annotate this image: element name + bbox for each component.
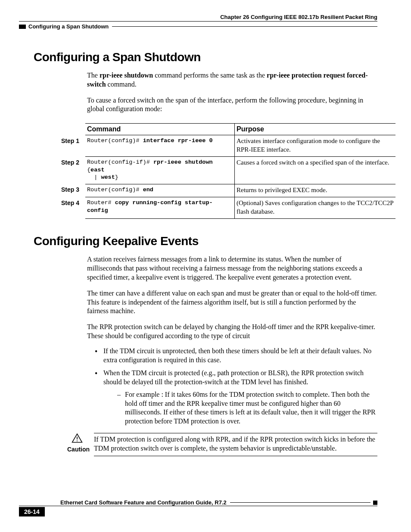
breadcrumb: Configuring a Span Shutdown	[28, 23, 109, 30]
caution-label: Caution	[67, 446, 87, 453]
cmd-bold: west	[101, 174, 115, 180]
purpose-cell: Activates interface configuration mode t…	[235, 135, 396, 157]
list-item: If the TDM circuit is unprotected, then …	[95, 347, 377, 365]
cmd-prompt: Router#	[87, 199, 115, 206]
step-label: Step 4	[61, 197, 85, 219]
cmd-bold: interface rpr-ieee 0	[143, 137, 213, 144]
cmd-prompt: Router(config)#	[87, 187, 143, 193]
sub-list: For example : If it takes 60ms for the T…	[117, 390, 377, 426]
steps-table: Command Purpose Step 1 Router(config)# i…	[61, 123, 395, 219]
purpose-cell: Causes a forced switch on a specified sp…	[235, 157, 396, 184]
command-cell: Router(config)# interface rpr-ieee 0	[85, 135, 235, 157]
cmd-text: |	[90, 174, 101, 180]
bold-text: rpr-ieee shutdown	[100, 72, 153, 79]
step-label: Step 1	[61, 135, 85, 157]
command-cell: Router# copy running-config startup-conf…	[85, 197, 235, 219]
command-cell: Router(config-if)# rpr-ieee shutdown {ea…	[85, 157, 235, 184]
header-rule	[19, 21, 377, 22]
page-footer: Ethernet Card Software Feature and Confi…	[19, 499, 377, 516]
bullet-list: If the TDM circuit is unprotected, then …	[95, 347, 377, 426]
caution-block: Caution If TDM protection is configured …	[67, 433, 377, 456]
cmd-text: {	[87, 167, 90, 173]
para-keepalive-3: The RPR protection switch can be delayed…	[87, 323, 377, 341]
list-item: When the TDM circuit is protected (e.g.,…	[95, 369, 377, 426]
step-label: Step 2	[61, 157, 85, 184]
text: command.	[106, 81, 137, 88]
cmd-bold: end	[143, 187, 153, 193]
table-row: Step 1 Router(config)# interface rpr-iee…	[61, 135, 395, 157]
warning-icon	[72, 433, 83, 443]
table-header-row: Command Purpose	[61, 124, 395, 135]
para-shutdown-proc: To cause a forced switch on the span of …	[87, 96, 377, 114]
cmd-prompt: Router(config)#	[87, 137, 143, 144]
text: command performs the same task as the	[153, 72, 267, 79]
table-row: Step 4 Router# copy running-config start…	[61, 197, 395, 219]
para-keepalive-2: The timer can have a different value on …	[87, 289, 377, 316]
purpose-cell: Returns to privileged EXEC mode.	[235, 184, 396, 197]
footer-line: Ethernet Card Software Feature and Confi…	[19, 499, 377, 506]
table-row: Step 2 Router(config-if)# rpr-ieee shutd…	[61, 157, 395, 184]
step-label: Step 3	[61, 184, 85, 197]
col-purpose: Purpose	[235, 124, 396, 135]
table-row: Step 3 Router(config)# end Returns to pr…	[61, 184, 395, 197]
sub-list-item: For example : If it takes 60ms for the T…	[117, 390, 377, 426]
footer-rule	[230, 502, 371, 503]
cmd-text: }	[115, 174, 118, 180]
purpose-cell: (Optional) Saves configuration changes t…	[235, 197, 396, 219]
cmd-prompt: Router(config-if)#	[87, 159, 153, 165]
col-command: Command	[85, 124, 235, 135]
list-text: When the TDM circuit is protected (e.g.,…	[103, 369, 364, 386]
svg-point-2	[77, 441, 78, 442]
footer-guide-title: Ethernet Card Software Feature and Confi…	[60, 499, 227, 506]
para-shutdown-intro: The rpr-ieee shutdown command performs t…	[87, 71, 377, 89]
running-header-left: Configuring a Span Shutdown	[19, 23, 377, 30]
command-cell: Router(config)# end	[85, 184, 235, 197]
section-heading-span-shutdown: Configuring a Span Shutdown	[34, 50, 377, 64]
chapter-title: Chapter 26 Configuring IEEE 802.17b Resi…	[220, 14, 377, 20]
header-line	[112, 26, 377, 27]
text: The	[87, 72, 100, 79]
page-number: 26-14	[19, 507, 45, 516]
section-heading-keepalive: Configuring Keepalive Events	[34, 234, 377, 248]
caution-left: Caution	[67, 433, 87, 453]
empty-cell	[61, 124, 85, 135]
footer-rule-2	[19, 506, 377, 506]
running-header-right: Chapter 26 Configuring IEEE 802.17b Resi…	[19, 14, 377, 20]
cmd-bold: rpr-ieee shutdown	[153, 159, 213, 165]
caution-text: If TDM protection is configured along wi…	[94, 433, 377, 456]
page-container: Chapter 26 Configuring IEEE 802.17b Resi…	[0, 0, 411, 532]
cmd-bold: east	[90, 167, 104, 173]
para-keepalive-1: A station receives fairness messages fro…	[87, 255, 377, 282]
header-square-icon	[19, 25, 26, 29]
footer-square-icon	[373, 501, 377, 505]
